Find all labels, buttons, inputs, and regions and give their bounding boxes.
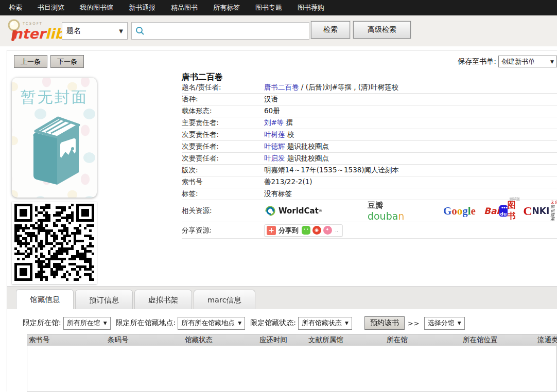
- holdings-column-header: 所在馆: [387, 335, 463, 345]
- search-header: TCSOFT nterlib 题名 ▼ 检索 高级检索: [0, 15, 557, 46]
- detail-text: 60册: [264, 106, 280, 115]
- search-input[interactable]: [145, 23, 309, 39]
- detail-label: 标签:: [182, 189, 264, 199]
- detail-value: 明嘉靖14～17年(1535～1538)闻人诠刻本: [264, 166, 557, 175]
- top-nav-item[interactable]: 检索: [1, 0, 30, 15]
- previous-record-button[interactable]: 上一条: [14, 55, 47, 68]
- baidu-books-text: 图书: [508, 200, 519, 222]
- weibo-share-icon[interactable]: [312, 226, 321, 235]
- detail-row: 载体形态: 60册: [182, 105, 557, 117]
- search-button[interactable]: 检索: [311, 21, 350, 39]
- advanced-search-button[interactable]: 高级检索: [353, 21, 411, 39]
- douban-link[interactable]: 豆瓣douban: [368, 201, 406, 222]
- detail-text: 明嘉靖14～17年(1535～1538)闻人诠刻本: [264, 166, 399, 174]
- detail-text: 善213/22-2(1): [264, 177, 312, 186]
- top-nav-item[interactable]: 书目浏览: [30, 0, 72, 15]
- detail-link[interactable]: 叶启发: [264, 154, 285, 162]
- detail-link[interactable]: 唐书二百卷: [264, 83, 299, 91]
- holdings-panel: 限定所在馆: 所有所在馆▼ 限定所在馆藏地点: 所有所在馆藏地点▼ 限定馆藏状态…: [7, 309, 557, 391]
- detail-row: 语种: 汉语: [182, 94, 557, 105]
- sublocation-filter-value: 所有所在馆藏地点: [181, 318, 235, 328]
- detail-row: 次要责任者: 叶启发 题识批校圈点: [182, 153, 557, 165]
- search-field-select[interactable]: 题名 ▼: [62, 22, 128, 40]
- detail-text: 没有标签: [264, 189, 292, 198]
- share-resources-row: 分享资源: + 分享到 ..: [182, 222, 557, 239]
- detail-label: 次要责任者:: [182, 154, 264, 163]
- holdings-column-header: 文献所属馆: [308, 335, 387, 345]
- record-page: 上一条 下一条 保存至书单: 创建新书单 ▼ 暂无封面: [7, 50, 557, 391]
- detail-label: 索书号: [182, 177, 264, 187]
- chevron-down-icon: ▼: [345, 320, 349, 326]
- tab[interactable]: marc信息: [194, 290, 255, 309]
- share-more[interactable]: ..: [335, 227, 338, 233]
- detail-text: 汉语: [264, 95, 278, 103]
- status-filter-label: 限定馆藏状态:: [250, 318, 296, 328]
- google-link[interactable]: Google: [443, 205, 476, 218]
- reserve-separator: >>: [408, 319, 420, 327]
- related-resources-label: 相关资源:: [182, 206, 264, 216]
- cnki-link[interactable]: C NKI 3.0知识搜索: [523, 201, 557, 221]
- record-content: 暂无封面 唐书二百卷: [7, 71, 557, 284]
- share-widget: + 分享到 ..: [264, 224, 343, 237]
- google-letter: e: [471, 205, 476, 217]
- status-filter-select[interactable]: 所有馆藏状态▼: [298, 317, 352, 330]
- top-nav-item[interactable]: 图书荐购: [290, 0, 332, 15]
- holdings-table: 索书号 条码号 馆藏状态 应还时间 文献所属馆 所在馆 所在馆位置 流通类型: [27, 334, 557, 391]
- sublocation-filter-select[interactable]: 所有所在馆藏地点▼: [178, 317, 245, 330]
- tcsoft-label: TCSOFT: [23, 22, 43, 26]
- location-filter-label: 限定所在馆:: [23, 318, 61, 328]
- holdings-column-header: 索书号: [29, 335, 108, 345]
- no-cover-text: 暂无封面: [12, 87, 97, 108]
- tab[interactable]: 馆藏信息: [16, 289, 74, 309]
- save-to-list-select[interactable]: 创建新书单 ▼: [498, 56, 557, 67]
- top-navigation: 检索 书目浏览 我的图书馆 新书通报 精品图书 所有标签 图书专题 图书荐购: [0, 0, 557, 15]
- google-letter: G: [443, 205, 451, 217]
- worldcat-text: WorldCat: [278, 206, 319, 216]
- brand-text: nterlib: [12, 26, 65, 42]
- top-nav-item[interactable]: 我的图书馆: [72, 0, 121, 15]
- douban-latin-text: douba: [368, 210, 398, 222]
- book-details: 唐书二百卷 题名/责任者: 唐书二百卷 / (后晋)刘#等撰 , (清)叶树莲校…: [97, 71, 557, 284]
- tab[interactable]: 虚拟书架: [134, 290, 192, 309]
- detail-link[interactable]: 刘#等: [264, 118, 284, 127]
- detail-link[interactable]: 叶树莲: [264, 130, 285, 138]
- baidu-bai-text: Bai: [484, 206, 499, 216]
- reserve-book-button[interactable]: 预约该书: [364, 316, 405, 330]
- detail-rows: 题名/责任者: 唐书二百卷 / (后晋)刘#等撰 , (清)叶树莲校 语种: 汉…: [182, 82, 557, 200]
- baidu-beta-tag: 测试版: [509, 197, 520, 202]
- wechat-share-icon[interactable]: [302, 226, 310, 235]
- detail-text: 题识批校圈点: [285, 142, 329, 150]
- baidu-books-link[interactable]: Bai •••du 图书 测试版: [484, 200, 519, 222]
- top-nav-item[interactable]: 所有标签: [205, 0, 248, 15]
- tab[interactable]: 预订信息: [75, 290, 133, 309]
- detail-label: 次要责任者:: [182, 142, 264, 151]
- detail-label: 次要责任者:: [182, 130, 264, 139]
- holdings-column-header: 条码号: [108, 335, 185, 345]
- qzone-share-icon[interactable]: [323, 226, 332, 235]
- detail-label: 语种:: [182, 95, 264, 104]
- top-nav-item[interactable]: 新书通报: [121, 0, 163, 15]
- holdings-column-header: 馆藏状态: [185, 335, 259, 345]
- branch-select[interactable]: 选择分馆▼: [424, 317, 465, 330]
- next-record-button[interactable]: 下一条: [50, 55, 84, 68]
- chevron-down-icon: ▼: [458, 320, 461, 326]
- worldcat-link[interactable]: WorldCat®: [264, 205, 322, 217]
- interlib-logo[interactable]: TCSOFT nterlib: [4, 17, 65, 44]
- detail-link[interactable]: 叶德辉: [264, 142, 285, 150]
- book-title: 唐书二百卷: [182, 71, 557, 82]
- location-filter-value: 所有所在馆: [67, 318, 100, 328]
- share-to-label: 分享到: [278, 226, 299, 235]
- google-letter: o: [451, 205, 457, 217]
- holdings-table-header: 索书号 条码号 馆藏状态 应还时间 文献所属馆 所在馆 所在馆位置 流通类型: [27, 334, 557, 346]
- location-filter-select[interactable]: 所有所在馆▼: [63, 317, 111, 330]
- holdings-column-header: 应还时间: [259, 335, 308, 345]
- detail-text: 校: [285, 130, 294, 138]
- detail-value: 叶启发 题识批校圈点: [264, 154, 557, 163]
- detail-row: 版次: 明嘉靖14～17年(1535～1538)闻人诠刻本: [182, 165, 557, 176]
- top-nav-item[interactable]: 精品图书: [163, 0, 205, 15]
- resource-logos: WorldCat® 豆瓣douban Google Bai •••du 图书 测…: [264, 200, 557, 222]
- top-nav-item[interactable]: 图书专题: [248, 0, 290, 15]
- status-filter-value: 所有馆藏状态: [302, 318, 342, 328]
- save-to-list-value: 创建新书单: [501, 57, 535, 66]
- share-plus-button[interactable]: +: [267, 226, 276, 235]
